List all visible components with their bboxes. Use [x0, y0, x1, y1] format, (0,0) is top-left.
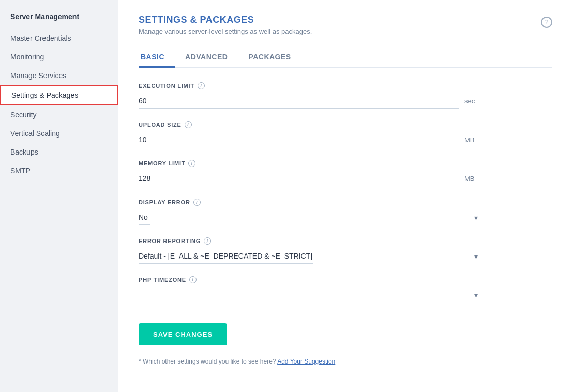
- main-content: SETTINGS & PACKAGES Manage various serve…: [118, 0, 573, 392]
- select-wrapper-php-timezone: [139, 288, 480, 303]
- sidebar-title: Server Management: [0, 8, 118, 29]
- sidebar-item-backups[interactable]: Backups: [0, 143, 118, 161]
- field-group-upload-size: UPLOAD SIZEiMB: [139, 121, 480, 147]
- sidebar-item-master-credentials[interactable]: Master Credentials: [0, 29, 118, 48]
- field-group-memory-limit: MEMORY LIMITiMB: [139, 160, 480, 186]
- field-group-execution-limit: EXECUTION LIMITisec: [139, 82, 480, 109]
- field-label-memory-limit: MEMORY LIMITi: [139, 160, 480, 167]
- info-icon-display-error[interactable]: i: [193, 199, 201, 206]
- field-label-display-error: DISPLAY ERRORi: [139, 199, 480, 206]
- sidebar-item-security[interactable]: Security: [0, 105, 118, 124]
- field-label-execution-limit: EXECUTION LIMITi: [139, 82, 480, 89]
- footer-note: * Which other settings would you like to…: [139, 358, 480, 365]
- field-group-php-timezone: PHP TIMEZONEi: [139, 276, 480, 303]
- page-header: SETTINGS & PACKAGES Manage various serve…: [139, 14, 552, 35]
- tabs: BASICADVANCEDPACKAGES: [139, 48, 552, 68]
- field-label-php-timezone: PHP TIMEZONEi: [139, 276, 480, 283]
- sidebar-item-smtp[interactable]: SMTP: [0, 161, 118, 180]
- tab-packages[interactable]: PACKAGES: [246, 48, 301, 68]
- unit-execution-limit: sec: [464, 97, 480, 105]
- sidebar: Server Management Master CredentialsMoni…: [0, 0, 118, 392]
- input-upload-size[interactable]: [139, 132, 459, 147]
- info-icon-error-reporting[interactable]: i: [204, 237, 211, 245]
- field-label-upload-size: UPLOAD SIZEi: [139, 121, 480, 128]
- tab-basic[interactable]: BASIC: [139, 48, 175, 68]
- help-icon[interactable]: ?: [541, 17, 552, 28]
- sidebar-item-monitoring[interactable]: Monitoring: [0, 48, 118, 66]
- info-icon-php-timezone[interactable]: i: [189, 276, 197, 283]
- page-title: SETTINGS & PACKAGES: [139, 14, 312, 25]
- form-section: EXECUTION LIMITisecUPLOAD SIZEiMBMEMORY …: [139, 82, 480, 365]
- input-memory-limit[interactable]: [139, 171, 459, 186]
- page-header-text: SETTINGS & PACKAGES Manage various serve…: [139, 14, 312, 35]
- page-subtitle: Manage various server-level settings as …: [139, 27, 312, 35]
- unit-memory-limit: MB: [464, 175, 480, 183]
- tab-advanced[interactable]: ADVANCED: [183, 48, 238, 68]
- select-wrapper-error-reporting: Default - [E_ALL & ~E_DEPRECATED & ~E_ST…: [139, 249, 480, 264]
- sidebar-item-manage-services[interactable]: Manage Services: [0, 66, 118, 85]
- info-icon-memory-limit[interactable]: i: [188, 160, 195, 167]
- save-button[interactable]: SAVE CHANGES: [139, 323, 227, 345]
- sidebar-item-vertical-scaling[interactable]: Vertical Scaling: [0, 124, 118, 143]
- select-wrapper-display-error: NoYes: [139, 210, 480, 225]
- info-icon-upload-size[interactable]: i: [185, 121, 192, 128]
- input-execution-limit[interactable]: [139, 94, 459, 109]
- field-group-error-reporting: ERROR REPORTINGiDefault - [E_ALL & ~E_DE…: [139, 237, 480, 264]
- info-icon-execution-limit[interactable]: i: [198, 82, 205, 89]
- field-label-error-reporting: ERROR REPORTINGi: [139, 237, 480, 245]
- sidebar-item-settings-packages[interactable]: Settings & Packages: [0, 85, 118, 105]
- select-error-reporting[interactable]: Default - [E_ALL & ~E_DEPRECATED & ~E_ST…: [139, 249, 313, 264]
- field-group-display-error: DISPLAY ERRORiNoYes: [139, 199, 480, 225]
- select-display-error[interactable]: NoYes: [139, 210, 150, 225]
- footer-link[interactable]: Add Your Suggestion: [277, 358, 335, 365]
- unit-upload-size: MB: [464, 136, 480, 144]
